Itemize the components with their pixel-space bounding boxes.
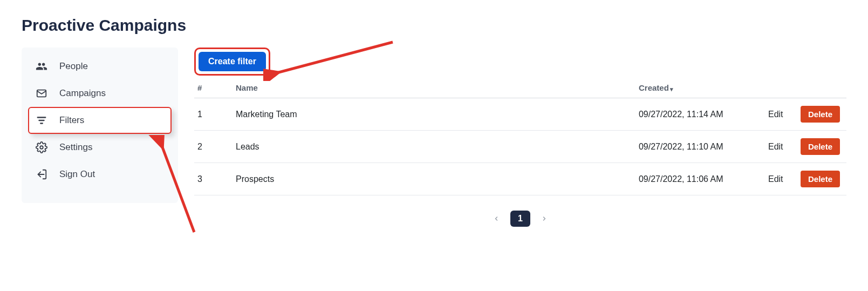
pager-prev-button[interactable] (489, 211, 504, 227)
sidebar-item-campaigns[interactable]: Campaigns (28, 80, 172, 107)
sign-out-icon (36, 168, 47, 180)
sidebar-item-label: Filters (59, 115, 164, 126)
delete-button[interactable]: Delete (801, 106, 840, 123)
delete-button[interactable]: Delete (801, 171, 840, 187)
row-index: 3 (194, 163, 229, 195)
sidebar-item-label: Sign Out (59, 169, 164, 180)
row-created: 09/27/2022, 11:10 AM (632, 131, 762, 163)
row-name: Marketing Team (229, 98, 632, 131)
pager-page-current[interactable]: 1 (510, 211, 530, 227)
row-name: Leads (229, 131, 632, 163)
delete-button[interactable]: Delete (801, 138, 840, 155)
people-icon (36, 60, 47, 72)
main-content: Create filter # Name Created▾ (178, 48, 846, 227)
col-header-index[interactable]: # (194, 79, 229, 98)
sidebar: People Campaigns Filters Settings (22, 48, 178, 203)
pager-next-button[interactable] (537, 211, 552, 227)
col-header-edit (762, 79, 794, 98)
sidebar-item-label: People (59, 61, 164, 72)
sidebar-item-filters[interactable]: Filters (28, 107, 172, 134)
sidebar-item-settings[interactable]: Settings (28, 134, 172, 161)
page-title: Proactive Campaigns (22, 16, 846, 35)
gear-icon (36, 141, 47, 153)
table-row: 2 Leads 09/27/2022, 11:10 AM Edit Delete (194, 131, 846, 163)
sidebar-item-label: Campaigns (59, 88, 164, 99)
row-name: Prospects (229, 163, 632, 195)
create-filter-highlight: Create filter (194, 48, 270, 76)
table-row: 3 Prospects 09/27/2022, 11:06 AM Edit De… (194, 163, 846, 195)
edit-link[interactable]: Edit (768, 110, 783, 119)
sidebar-item-people[interactable]: People (28, 53, 172, 80)
row-created: 09/27/2022, 11:14 AM (632, 98, 762, 131)
col-header-created[interactable]: Created▾ (632, 79, 762, 98)
table-row: 1 Marketing Team 09/27/2022, 11:14 AM Ed… (194, 98, 846, 131)
chevron-left-icon (493, 215, 500, 222)
svg-point-4 (40, 146, 43, 149)
sidebar-item-label: Settings (59, 142, 164, 153)
chevron-right-icon (541, 215, 548, 222)
sidebar-item-sign-out[interactable]: Sign Out (28, 161, 172, 188)
edit-link[interactable]: Edit (768, 142, 783, 151)
col-header-name[interactable]: Name (229, 79, 632, 98)
sort-desc-icon: ▾ (670, 86, 673, 92)
row-index: 2 (194, 131, 229, 163)
filters-table: # Name Created▾ 1 Marketing Team 09/27/2… (194, 79, 846, 195)
pagination: 1 (194, 211, 846, 227)
filter-icon (36, 114, 47, 126)
row-index: 1 (194, 98, 229, 131)
envelope-icon (36, 87, 47, 99)
edit-link[interactable]: Edit (768, 174, 783, 184)
col-header-delete (794, 79, 846, 98)
create-filter-button[interactable]: Create filter (199, 52, 266, 71)
row-created: 09/27/2022, 11:06 AM (632, 163, 762, 195)
